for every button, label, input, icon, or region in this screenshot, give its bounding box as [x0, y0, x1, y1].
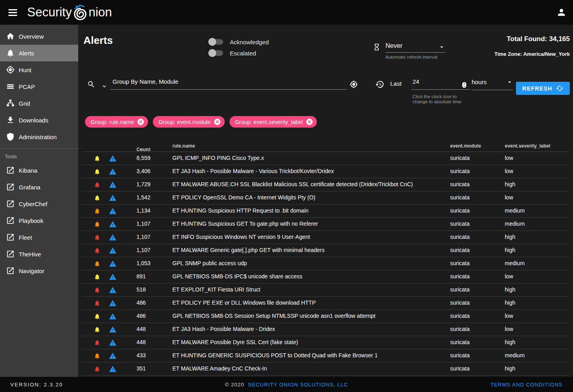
alert-triangle-icon[interactable]: [109, 155, 117, 162]
alert-bell-icon[interactable]: [94, 365, 101, 373]
table-row[interactable]: 3,406 ET JA3 Hash - Possible Malware - V…: [82, 165, 570, 178]
lines-icon: [6, 82, 15, 91]
column-header-rule-name[interactable]: rule.name: [172, 143, 195, 149]
alert-triangle-icon[interactable]: [109, 273, 117, 281]
query-chevron-down-icon[interactable]: [101, 83, 108, 90]
terms-link[interactable]: TERMS AND CONDITIONS: [490, 382, 563, 388]
footer: VERSION: 2.3.20 © 2020 SECURITY ONION SO…: [0, 377, 573, 392]
alerts-table: Count rule.name event.module event.sever…: [82, 140, 570, 389]
table-row[interactable]: 1,107 ET INFO Suspicious Windows NT vers…: [82, 231, 570, 244]
close-circle-icon[interactable]: [213, 118, 221, 126]
close-circle-icon[interactable]: [306, 118, 313, 126]
alert-bell-icon[interactable]: [94, 247, 101, 254]
table-row[interactable]: 351 ET MALWARE Amadey CnC Check-In suric…: [82, 362, 570, 376]
toggle-switch[interactable]: [209, 50, 223, 56]
alert-triangle-icon[interactable]: [109, 168, 117, 175]
table-row[interactable]: 518 ET EXPLOIT_KIT Fiesta URI Struct sur…: [82, 284, 570, 297]
sidebar-item-grid[interactable]: Grid: [0, 95, 78, 112]
alert-bell-icon[interactable]: [94, 221, 101, 228]
acknowledged-toggle[interactable]: Acknowledged: [209, 36, 269, 47]
alert-bell-icon[interactable]: [94, 168, 101, 175]
copyright-link[interactable]: SECURITY ONION SOLUTIONS, LLC: [248, 382, 348, 388]
alert-triangle-icon[interactable]: [109, 207, 117, 215]
sidebar-tool-fleet[interactable]: Fleet: [0, 229, 78, 246]
sidebar-item-overview[interactable]: Overview: [0, 28, 78, 45]
menu-icon[interactable]: [6, 5, 20, 20]
timezone-label: Time Zone: America/New_York: [494, 51, 570, 57]
user-account-icon[interactable]: [555, 6, 568, 19]
sidebar-item-hunt[interactable]: Hunt: [0, 61, 78, 78]
table-row[interactable]: 448 ET JA3 Hash - Possible Malware - Dri…: [82, 323, 570, 336]
alert-triangle-icon[interactable]: [109, 234, 117, 241]
search-input[interactable]: [110, 78, 347, 90]
table-row[interactable]: 1,134 ET HUNTING Suspicious HTTP Request…: [82, 205, 570, 218]
sidebar-tool-navigator[interactable]: Navigator: [0, 262, 78, 279]
alert-bell-icon[interactable]: [94, 299, 101, 307]
table-row[interactable]: 1,107 ET MALWARE Generic gate[.].php GET…: [82, 244, 570, 257]
cell-event-module: suricata: [450, 284, 470, 296]
alert-bell-icon[interactable]: [94, 273, 101, 281]
alert-triangle-icon[interactable]: [109, 181, 117, 189]
toggle-switch[interactable]: [209, 39, 223, 45]
sitemap-icon: [6, 99, 15, 108]
sidebar-tool-grafana[interactable]: Grafana: [0, 179, 78, 195]
alert-bell-icon[interactable]: [94, 260, 101, 268]
cell-count: 1,107: [136, 244, 150, 256]
crosshairs-target-icon[interactable]: [350, 80, 358, 89]
refresh-button[interactable]: REFRESH: [516, 82, 570, 95]
sidebar-tool-kibana[interactable]: Kibana: [0, 162, 78, 179]
table-row[interactable]: 891 GPL NETBIOS SMB-DS IPC$ unicode shar…: [82, 270, 570, 284]
filter-chip[interactable]: Group: event.severity_label: [229, 116, 317, 128]
alert-triangle-icon[interactable]: [109, 299, 117, 307]
table-row[interactable]: 1,729 ET MALWARE ABUSE.CH SSL Blacklist …: [82, 178, 570, 191]
time-unit-select[interactable]: hours: [472, 79, 513, 90]
alert-bell-icon[interactable]: [94, 286, 101, 294]
table-row[interactable]: 1,107 ET HUNTING Suspicious GET To gate.…: [82, 218, 570, 231]
refresh-interval-select[interactable]: Never: [385, 42, 445, 53]
alert-triangle-icon[interactable]: [109, 352, 117, 360]
alert-triangle-icon[interactable]: [109, 286, 117, 294]
table-row[interactable]: 1,053 GPL SNMP public access udp suricat…: [82, 257, 570, 270]
clock-stepper-icon[interactable]: [461, 81, 468, 89]
alert-triangle-icon[interactable]: [109, 194, 117, 202]
alert-bell-icon[interactable]: [94, 339, 101, 347]
alert-bell-icon[interactable]: [94, 313, 101, 320]
sidebar-item-pcap[interactable]: PCAP: [0, 78, 78, 95]
table-row[interactable]: 448 ET MALWARE Possible Dyre SSL Cert (f…: [82, 336, 570, 349]
sidebar-item-downloads[interactable]: Downloads: [0, 112, 78, 128]
alert-bell-icon[interactable]: [94, 234, 101, 241]
alert-triangle-icon[interactable]: [109, 339, 117, 347]
alert-bell-icon[interactable]: [94, 352, 101, 360]
alert-bell-icon[interactable]: [94, 207, 101, 215]
sidebar-tool-cyberchef[interactable]: CyberChef: [0, 195, 78, 212]
alert-bell-icon[interactable]: [94, 155, 101, 162]
filter-chip[interactable]: Group: event.module: [153, 116, 225, 128]
alert-triangle-icon[interactable]: [109, 247, 117, 254]
table-row[interactable]: 486 GPL NETBIOS SMB-DS Session Setup NTM…: [82, 310, 570, 323]
alert-triangle-icon[interactable]: [109, 313, 117, 320]
alert-bell-icon[interactable]: [94, 326, 101, 333]
escalated-toggle[interactable]: Escalated: [209, 47, 269, 59]
table-row[interactable]: 1,542 ET POLICY OpenSSL Demo CA - Intern…: [82, 191, 570, 205]
sidebar-tool-thehive[interactable]: TheHive: [0, 246, 78, 262]
sidebar-tool-playbook[interactable]: Playbook: [0, 212, 78, 229]
sidebar-item-alerts[interactable]: Alerts: [0, 45, 78, 61]
app-logo: Security nion: [27, 4, 112, 21]
alert-triangle-icon[interactable]: [109, 326, 117, 333]
alert-bell-icon[interactable]: [94, 194, 101, 202]
alert-bell-icon[interactable]: [94, 181, 101, 189]
alert-triangle-icon[interactable]: [109, 221, 117, 228]
table-row[interactable]: 486 ET POLICY PE EXE or DLL Windows file…: [82, 297, 570, 310]
column-header-severity[interactable]: event.severity_label: [505, 143, 550, 149]
alert-triangle-icon[interactable]: [109, 260, 117, 268]
sidebar-item-administration[interactable]: Administration: [0, 128, 78, 145]
cell-severity: low: [505, 165, 513, 177]
history-icon[interactable]: [375, 80, 384, 89]
table-row[interactable]: 8,559 GPL ICMP_INFO PING Cisco Type.x su…: [82, 152, 570, 165]
close-circle-icon[interactable]: [137, 118, 144, 126]
cell-rule-name: ET MALWARE Amadey CnC Check-In: [172, 362, 267, 375]
table-row[interactable]: 433 ET HUNTING GENERIC SUSPICIOUS POST t…: [82, 349, 570, 362]
filter-chip[interactable]: Group: rule.name: [85, 116, 148, 128]
column-header-event-module[interactable]: event.module: [450, 143, 481, 149]
alert-triangle-icon[interactable]: [109, 365, 117, 373]
